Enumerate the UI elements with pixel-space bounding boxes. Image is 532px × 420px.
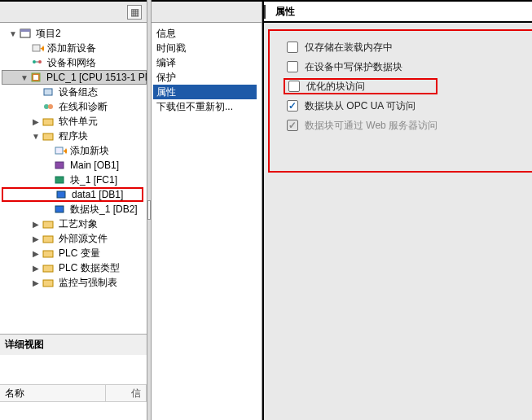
col-name[interactable]: 名称: [0, 385, 106, 401]
tree-plc-types[interactable]: ▶ PLC 数据类型: [2, 260, 147, 275]
tree-label: 外部源文件: [59, 232, 108, 246]
svg-rect-19: [55, 206, 64, 212]
tree-online-diag[interactable]: 在线和诊断: [2, 99, 147, 114]
fc-block-icon: [54, 174, 67, 186]
tree-tech-objects[interactable]: ▶ 工艺对象: [2, 217, 147, 231]
folder-icon: [42, 116, 55, 127]
expander-icon[interactable]: ▶: [31, 263, 41, 273]
svg-text:✦: ✦: [62, 146, 67, 156]
tree-label: 程序块: [59, 129, 88, 143]
vertical-splitter[interactable]: [147, 0, 152, 420]
detail-view-title: 详细视图: [5, 338, 44, 352]
expander-icon[interactable]: ▶: [31, 116, 41, 126]
tree-label: 块_1 [FC1]: [70, 173, 117, 187]
tree-plc[interactable]: ▼ PLC_1 [CPU 1513-1 PN]: [2, 70, 147, 85]
tree-label: PLC_1 [CPU 1513-1 PN]: [46, 72, 147, 83]
tree-label: 添加新块: [70, 144, 109, 158]
expander-icon[interactable]: ▼: [20, 72, 29, 82]
expander-icon[interactable]: ▶: [31, 248, 41, 258]
tree-sw-units[interactable]: ▶ 软件单元: [2, 114, 147, 129]
tree-add-device[interactable]: ✦ 添加新设备: [2, 41, 147, 55]
tree-project[interactable]: ▼ 项目2: [2, 26, 147, 41]
db-block-icon: [54, 203, 67, 215]
tree-label: 设备和网络: [47, 56, 96, 70]
network-icon: [31, 57, 44, 68]
db-block-icon: [55, 189, 68, 200]
svg-rect-23: [43, 265, 53, 272]
tree-label: PLC 数据类型: [59, 261, 120, 275]
cat-attributes[interactable]: 属性: [153, 85, 257, 99]
checkbox-row-webserver: 数据块可通过 Web 服务器访问: [287, 117, 437, 133]
folder-icon: [42, 262, 55, 273]
diagnostics-icon: [42, 101, 55, 112]
checkbox[interactable]: [287, 100, 298, 112]
tree-label: data1 [DB1]: [72, 189, 123, 200]
checkbox-label: 优化的块访问: [306, 80, 365, 94]
tree-program-blocks[interactable]: ▼ 程序块: [2, 129, 147, 143]
tree-watch-force[interactable]: ▶ 监控与强制表: [2, 275, 147, 290]
svg-point-5: [38, 60, 42, 63]
cat-info[interactable]: 信息: [153, 26, 257, 41]
checkbox-row-optimized-access[interactable]: 优化的块访问: [284, 78, 437, 94]
checkbox-row-write-protect[interactable]: 在设备中写保护数据块: [287, 59, 437, 75]
tree-main-ob1[interactable]: Main [OB1]: [2, 158, 147, 173]
tree-label: 在线和诊断: [59, 100, 108, 114]
folder-icon: [42, 233, 55, 244]
tree-db2[interactable]: 数据块_1 [DB2]: [2, 202, 147, 217]
tree-label: 设备组态: [59, 85, 98, 99]
expander-icon[interactable]: ▼: [31, 131, 41, 141]
tree-external-source[interactable]: ▶ 外部源文件: [2, 231, 147, 246]
category-list: 信息 时间戳 编译 保护 属性 下载但不重新初...: [148, 23, 262, 117]
expander-icon[interactable]: ▼: [8, 28, 18, 38]
checkbox[interactable]: [287, 61, 298, 72]
svg-rect-21: [43, 236, 53, 243]
tree-plc-tags[interactable]: ▶ PLC 变量: [2, 246, 147, 260]
svg-rect-13: [43, 133, 53, 140]
expander-icon[interactable]: ▶: [31, 234, 41, 243]
tree-dev-net[interactable]: 设备和网络: [2, 55, 147, 70]
detail-grid-header: 名称 信: [0, 384, 147, 402]
checkbox-label: 数据块从 OPC UA 可访问: [305, 99, 415, 113]
tree-data1-db1[interactable]: data1 [DB1]: [2, 187, 143, 202]
expander-icon[interactable]: ▶: [31, 278, 41, 287]
checkbox[interactable]: [288, 81, 300, 92]
checkbox-label: 数据块可通过 Web 服务器访问: [305, 119, 437, 133]
folder-icon: [42, 247, 55, 259]
cat-protection[interactable]: 保护: [153, 70, 257, 85]
tree-add-block[interactable]: ✦ 添加新块: [2, 143, 147, 158]
svg-rect-22: [43, 251, 53, 257]
project-icon: [20, 28, 33, 39]
svg-rect-9: [44, 89, 52, 95]
tree-fc1[interactable]: 块_1 [FC1]: [2, 173, 147, 187]
cat-download-noreinit[interactable]: 下载但不重新初...: [153, 99, 257, 114]
tree-label: 项目2: [36, 27, 61, 41]
left-toolbar: ▦: [0, 2, 147, 23]
device-config-icon: [42, 86, 55, 98]
tree-device-config[interactable]: 设备组态: [2, 85, 147, 99]
svg-rect-1: [20, 29, 30, 32]
cat-compile[interactable]: 编译: [153, 55, 257, 70]
col-info[interactable]: 信: [106, 385, 147, 401]
svg-point-11: [48, 104, 53, 109]
checkbox-row-opcua[interactable]: 数据块从 OPC UA 可访问: [287, 98, 437, 114]
svg-rect-16: [55, 162, 64, 168]
detail-view-header[interactable]: 详细视图: [0, 334, 147, 355]
tree-properties-icon[interactable]: ▦: [127, 5, 142, 20]
tree-label: 数据块_1 [DB2]: [70, 203, 138, 217]
tree-label: Main [OB1]: [70, 160, 119, 171]
checkbox-label: 在设备中写保护数据块: [305, 60, 402, 74]
svg-rect-17: [55, 177, 64, 183]
tree-label: 工艺对象: [59, 217, 98, 231]
folder-icon: [42, 277, 55, 288]
checkbox-row-store-load-mem[interactable]: 仅存储在装载内存中: [287, 39, 437, 55]
svg-rect-18: [57, 191, 65, 198]
checkbox[interactable]: [287, 42, 298, 53]
svg-rect-20: [43, 221, 53, 228]
project-tree: ▼ 项目2 ✦ 添加新设备 设备和网络 ▼ PLC_1 [CP: [0, 23, 147, 334]
plc-icon: [30, 72, 43, 83]
expander-icon[interactable]: ▶: [31, 219, 41, 229]
tree-label: 监控与强制表: [59, 276, 117, 290]
cat-timestamp[interactable]: 时间戳: [153, 41, 257, 55]
add-device-icon: ✦: [31, 42, 44, 54]
properties-body: 仅存储在装载内存中 在设备中写保护数据块 优化的块访问 数据块从 OPC UA …: [264, 23, 532, 420]
